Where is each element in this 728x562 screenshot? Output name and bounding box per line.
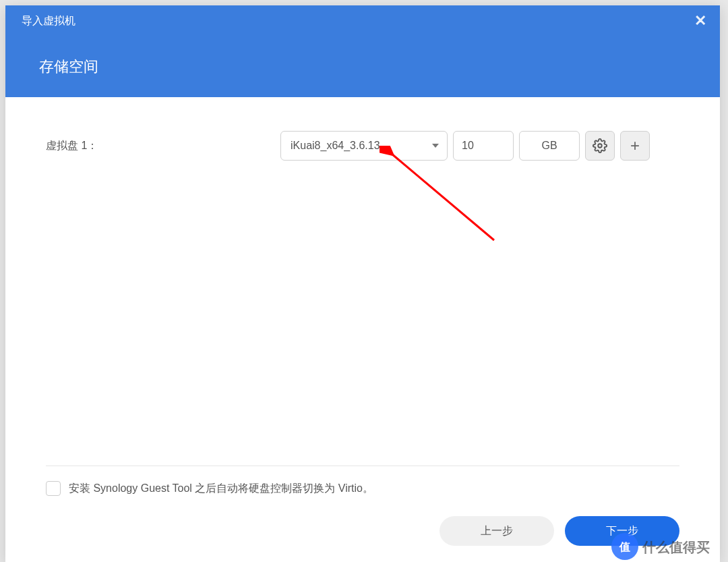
virtio-checkbox-row: 安装 Synology Guest Tool 之后自动将硬盘控制器切换为 Vir… bbox=[46, 481, 679, 496]
disk-label: 虚拟盘 1： bbox=[46, 139, 275, 153]
annotation-arrow-dropdown bbox=[380, 146, 501, 247]
svg-line-2 bbox=[392, 154, 494, 240]
chevron-down-icon bbox=[432, 144, 439, 148]
previous-button[interactable]: 上一步 bbox=[439, 516, 554, 546]
gear-icon bbox=[593, 138, 607, 153]
virtio-checkbox[interactable] bbox=[46, 481, 61, 496]
dialog-footer: 安装 Synology Guest Tool 之后自动将硬盘控制器切换为 Vir… bbox=[5, 466, 720, 562]
close-icon[interactable]: ✕ bbox=[694, 12, 706, 30]
dialog-content: 虚拟盘 1： iKuai8_x64_3.6.13 GB + bbox=[5, 97, 720, 466]
virtio-checkbox-label: 安装 Synology Guest Tool 之后自动将硬盘控制器切换为 Vir… bbox=[69, 482, 373, 496]
add-disk-button[interactable]: + bbox=[620, 131, 650, 161]
import-vm-dialog: 导入虚拟机 ✕ 存储空间 虚拟盘 1： iKuai8_x64_3.6.13 GB… bbox=[5, 5, 720, 562]
disk-image-dropdown[interactable]: iKuai8_x64_3.6.13 bbox=[280, 131, 448, 161]
section-title: 存储空间 bbox=[39, 57, 98, 77]
svg-point-0 bbox=[598, 144, 602, 148]
dropdown-selected-value: iKuai8_x64_3.6.13 bbox=[291, 140, 380, 152]
disk-size-input[interactable] bbox=[453, 131, 514, 161]
next-button[interactable]: 下一步 bbox=[565, 516, 679, 546]
dialog-title-bar: 导入虚拟机 ✕ bbox=[5, 5, 720, 36]
virtual-disk-row: 虚拟盘 1： iKuai8_x64_3.6.13 GB + bbox=[46, 131, 679, 161]
disk-size-unit: GB bbox=[519, 131, 580, 161]
divider bbox=[46, 466, 679, 466]
plus-icon: + bbox=[630, 136, 640, 155]
section-header: 存储空间 bbox=[5, 36, 720, 97]
dialog-title: 导入虚拟机 bbox=[22, 14, 75, 28]
footer-buttons: 上一步 下一步 bbox=[46, 516, 679, 546]
settings-button[interactable] bbox=[585, 131, 615, 161]
